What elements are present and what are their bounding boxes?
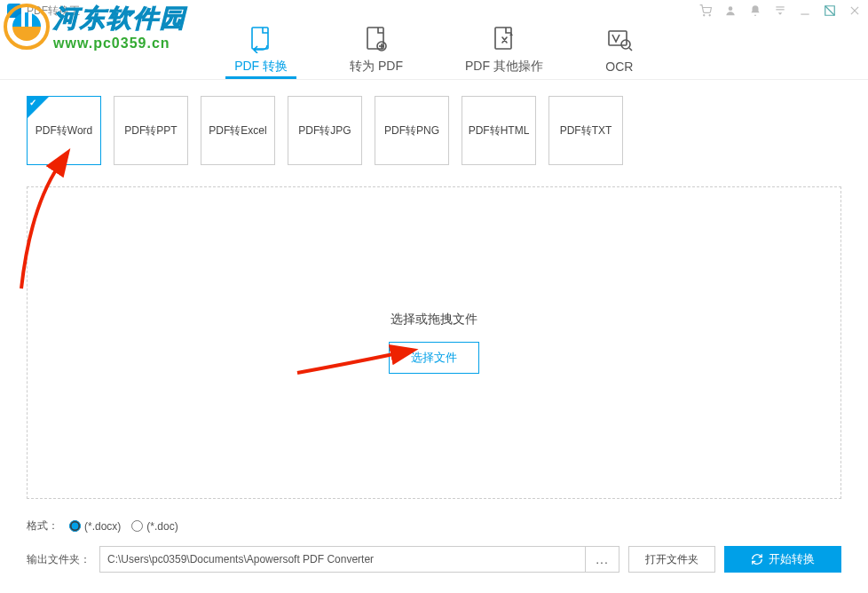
svg-point-18 xyxy=(621,40,630,49)
app-icon xyxy=(7,4,21,18)
tab-to-pdf[interactable]: 转为 PDF xyxy=(341,18,412,79)
format-label: PDF转PNG xyxy=(384,123,439,138)
format-label: PDF转Excel xyxy=(209,123,266,138)
tab-pdf-convert[interactable]: PDF 转换 xyxy=(225,18,296,79)
cart-icon[interactable] xyxy=(699,4,712,17)
radio-docx[interactable]: (*.docx) xyxy=(69,520,121,533)
format-row: PDF转Word PDF转PPT PDF转Excel PDF转JPG PDF转P… xyxy=(0,80,868,181)
app-title: PDF转换王 xyxy=(27,4,80,19)
tab-ocr[interactable]: OCR xyxy=(596,18,643,79)
format-line: 格式： (*.docx) (*.doc) xyxy=(0,513,868,539)
output-path-field[interactable]: C:\Users\pc0359\Documents\Apowersoft PDF… xyxy=(99,546,586,573)
start-label: 开始转换 xyxy=(769,551,815,567)
format-label: PDF转Word xyxy=(36,123,92,138)
browse-button[interactable]: ... xyxy=(586,546,619,573)
bell-icon[interactable] xyxy=(749,4,761,17)
menu-dropdown-icon[interactable] xyxy=(774,4,786,17)
pdf-other-icon xyxy=(490,25,518,53)
format-card-html[interactable]: PDF转HTML xyxy=(462,96,536,165)
close-icon[interactable] xyxy=(848,4,861,17)
format-label: PDF转HTML xyxy=(469,123,530,138)
svg-rect-6 xyxy=(776,6,784,7)
radio-doc-input[interactable] xyxy=(131,520,143,532)
pdf-convert-icon xyxy=(247,25,275,53)
output-line: 输出文件夹： C:\Users\pc0359\Documents\Apowers… xyxy=(0,539,868,587)
format-label: PDF转TXT xyxy=(560,123,612,138)
svg-rect-11 xyxy=(252,28,268,49)
tab-label: PDF 转换 xyxy=(234,59,288,75)
format-label: PDF转JPG xyxy=(298,123,351,138)
format-card-word[interactable]: PDF转Word xyxy=(27,96,101,165)
titlebar: PDF转换王 xyxy=(0,0,868,21)
to-pdf-icon xyxy=(362,25,391,53)
svg-point-4 xyxy=(709,15,710,16)
check-corner-icon xyxy=(28,97,49,118)
maximize-icon[interactable] xyxy=(824,4,836,17)
tab-label: 转为 PDF xyxy=(350,59,403,75)
open-folder-button[interactable]: 打开文件夹 xyxy=(628,546,715,573)
radio-docx-input[interactable] xyxy=(69,520,81,532)
radio-label: (*.doc) xyxy=(146,520,178,533)
top-tabs: PDF 转换 转为 PDF PDF 其他操作 OCR xyxy=(0,18,868,80)
format-card-jpg[interactable]: PDF转JPG xyxy=(288,96,362,165)
svg-rect-7 xyxy=(776,9,784,10)
tab-pdf-other[interactable]: PDF 其他操作 xyxy=(456,18,552,79)
drop-hint: 选择或拖拽文件 xyxy=(391,312,477,328)
format-label: PDF转PPT xyxy=(124,123,177,138)
format-card-txt[interactable]: PDF转TXT xyxy=(548,96,623,165)
output-label: 输出文件夹： xyxy=(27,552,91,567)
format-label: 格式： xyxy=(27,518,59,534)
start-convert-button[interactable]: 开始转换 xyxy=(724,546,841,573)
radio-doc[interactable]: (*.doc) xyxy=(131,520,178,533)
format-card-excel[interactable]: PDF转Excel xyxy=(201,96,275,165)
tab-label: OCR xyxy=(605,59,633,74)
tab-label: PDF 其他操作 xyxy=(465,59,543,75)
svg-point-3 xyxy=(704,15,705,16)
ocr-icon xyxy=(605,26,634,54)
refresh-icon xyxy=(751,553,763,565)
svg-point-5 xyxy=(729,6,733,11)
format-card-png[interactable]: PDF转PNG xyxy=(375,96,449,165)
minimize-icon[interactable] xyxy=(799,4,811,17)
drop-area[interactable]: 选择或拖拽文件 选择文件 xyxy=(27,186,841,499)
svg-line-19 xyxy=(629,48,632,51)
choose-file-button[interactable]: 选择文件 xyxy=(389,342,479,374)
radio-label: (*.docx) xyxy=(84,520,121,533)
format-card-ppt[interactable]: PDF转PPT xyxy=(114,96,188,165)
user-icon[interactable] xyxy=(724,4,737,17)
